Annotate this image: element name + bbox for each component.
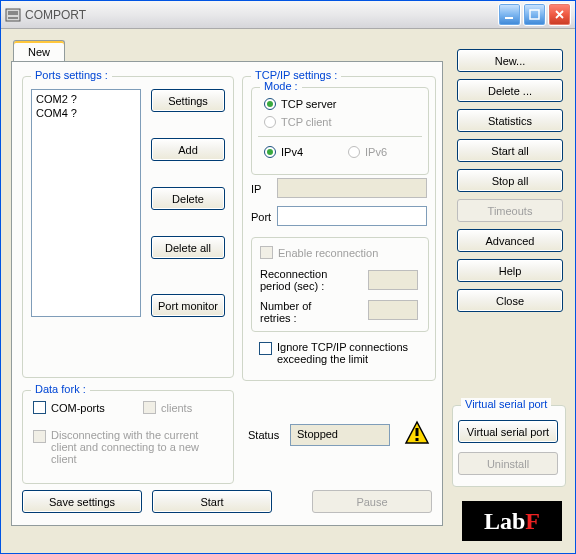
mode-group: Mode : TCP server TCP client IPv4 (251, 87, 429, 175)
add-button[interactable]: Add (151, 138, 225, 161)
help-button[interactable]: Help (457, 259, 563, 282)
radio-icon (264, 98, 276, 110)
app-icon (5, 7, 21, 23)
virtual-serial-port-group: Virtual serial port Virtual serial port … (452, 405, 566, 487)
titlebar: COMPORT (1, 1, 575, 29)
maximize-button[interactable] (523, 3, 546, 26)
port-label: Port (251, 211, 271, 223)
reconnection-period-input (368, 270, 418, 290)
tab-new[interactable]: New (13, 40, 65, 63)
checkbox-icon (143, 401, 156, 414)
new-button[interactable]: New... (457, 49, 563, 72)
port-input[interactable] (277, 206, 427, 226)
list-item[interactable]: COM4 ? (36, 106, 136, 120)
pause-button: Pause (312, 490, 432, 513)
radio-ipv4[interactable]: IPv4 (264, 146, 303, 158)
ip-label: IP (251, 183, 261, 195)
warning-icon (404, 420, 430, 446)
reconnection-group: Enable reconnection Reconnection period … (251, 237, 429, 332)
minimize-button[interactable] (498, 3, 521, 26)
tabpage-new: Ports settings : COM2 ? COM4 ? Settings … (11, 61, 443, 526)
virtual-serial-port-button[interactable]: Virtual serial port (458, 420, 558, 443)
vsp-legend: Virtual serial port (461, 398, 551, 410)
svg-rect-3 (505, 17, 513, 19)
ports-settings-legend: Ports settings : (31, 69, 112, 81)
status-value: Stopped (290, 424, 390, 446)
svg-rect-1 (8, 11, 18, 15)
delete-side-button[interactable]: Delete ... (457, 79, 563, 102)
portmonitor-button[interactable]: Port monitor (151, 294, 225, 317)
number-retries-label: Number of retries : (260, 300, 340, 324)
ip-input (277, 178, 427, 198)
number-retries-input (368, 300, 418, 320)
disconnect-checkbox: Disconnecting with the current client an… (33, 429, 223, 465)
close-button[interactable]: Close (457, 289, 563, 312)
ignore-limit-checkbox[interactable]: Ignore TCP/IP connections exceeding the … (259, 341, 427, 365)
radio-icon (264, 146, 276, 158)
datafork-legend: Data fork : (31, 383, 90, 395)
svg-rect-7 (416, 438, 419, 441)
statistics-button[interactable]: Statistics (457, 109, 563, 132)
list-item[interactable]: COM2 ? (36, 92, 136, 106)
start-button[interactable]: Start (152, 490, 272, 513)
timeouts-button: Timeouts (457, 199, 563, 222)
datafork-group: Data fork : COM-ports clients Disconnect… (22, 390, 234, 484)
clients-checkbox: clients (143, 401, 192, 414)
radio-tcp-client: TCP client (264, 116, 332, 128)
tcpip-settings-group: TCP/IP settings : Mode : TCP server TCP … (242, 76, 436, 381)
ports-listbox[interactable]: COM2 ? COM4 ? (31, 89, 141, 317)
uninstall-button: Uninstall (458, 452, 558, 475)
status-label: Status (248, 429, 279, 441)
svg-rect-2 (8, 17, 18, 19)
tab-label: New (28, 46, 50, 58)
main-tabcontrol: New Ports settings : COM2 ? COM4 ? Setti… (11, 39, 443, 524)
reconnection-period-label: Reconnection period (sec) : (260, 268, 340, 292)
checkbox-icon (33, 401, 46, 414)
delete-button[interactable]: Delete (151, 187, 225, 210)
radio-ipv6: IPv6 (348, 146, 387, 158)
radio-icon (264, 116, 276, 128)
checkbox-icon (260, 246, 273, 259)
deleteall-button[interactable]: Delete all (151, 236, 225, 259)
labf-logo: LabF (462, 501, 562, 541)
close-window-button[interactable] (548, 3, 571, 26)
advanced-button[interactable]: Advanced (457, 229, 563, 252)
comports-checkbox[interactable]: COM-ports (33, 401, 105, 414)
enable-reconnection-checkbox: Enable reconnection (260, 246, 378, 259)
mode-legend: Mode : (260, 80, 302, 92)
radio-icon (348, 146, 360, 158)
svg-rect-6 (416, 428, 419, 436)
save-settings-button[interactable]: Save settings (22, 490, 142, 513)
svg-rect-4 (530, 10, 539, 19)
stopall-button[interactable]: Stop all (457, 169, 563, 192)
checkbox-icon (259, 342, 272, 355)
settings-button[interactable]: Settings (151, 89, 225, 112)
startall-button[interactable]: Start all (457, 139, 563, 162)
ports-settings-group: Ports settings : COM2 ? COM4 ? Settings … (22, 76, 234, 378)
radio-tcp-server[interactable]: TCP server (264, 98, 336, 110)
window-title: COMPORT (25, 8, 498, 22)
checkbox-icon (33, 430, 46, 443)
